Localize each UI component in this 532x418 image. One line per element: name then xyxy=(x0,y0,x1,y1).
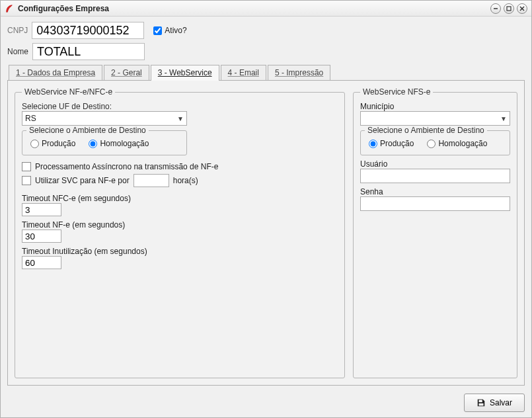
municipio-label: Município xyxy=(360,102,510,111)
proc-assinc-checkbox[interactable] xyxy=(22,162,31,171)
close-icon xyxy=(519,5,525,12)
save-button-label: Salvar xyxy=(490,398,512,407)
chevron-down-icon: ▼ xyxy=(500,115,507,122)
maximize-icon xyxy=(506,5,512,12)
window-title: Configurações Empresa xyxy=(18,4,488,13)
nfe-legend: WebService NF-e/NFC-e xyxy=(22,87,115,97)
proc-assinc-label: Processamento Assíncrono na transmissão … xyxy=(35,162,218,171)
senha-label: Senha xyxy=(360,187,510,196)
nfse-radio-producao-wrap[interactable]: Produção xyxy=(369,139,414,148)
timeout-nfc-label: Timeout NFC-e (em segundos) xyxy=(22,194,338,203)
cnpj-input[interactable] xyxy=(32,22,144,39)
svg-rect-4 xyxy=(478,400,482,403)
nfse-ambiente-legend: Selecione o Ambiente de Destino xyxy=(365,126,487,135)
nfse-radio-producao-label: Produção xyxy=(380,139,414,148)
nome-input[interactable] xyxy=(32,43,145,60)
maximize-button[interactable] xyxy=(504,3,514,14)
tab-content: WebService NF-e/NFC-e Selecione UF de De… xyxy=(7,81,525,386)
timeout-nfe-label: Timeout NF-e (em segundos) xyxy=(22,220,338,230)
nfse-radio-homolog-wrap[interactable]: Homologação xyxy=(427,139,487,148)
uf-label: Selecione UF de Destino: xyxy=(22,102,338,111)
svc-checkbox[interactable] xyxy=(22,176,31,185)
tabbar: 1 - Dados da Empresa 2 - Geral 3 - WebSe… xyxy=(7,64,525,81)
nfe-radio-homolog[interactable] xyxy=(89,140,97,148)
tab-webservice[interactable]: 3 - WebService xyxy=(151,65,219,81)
nfe-radio-homolog-wrap[interactable]: Homologação xyxy=(89,139,149,148)
nfse-ambiente-group: Selecione o Ambiente de Destino Produção… xyxy=(360,126,510,155)
cnpj-label: CNPJ xyxy=(7,26,28,35)
nfe-radio-homolog-label: Homologação xyxy=(100,139,149,148)
minimize-button[interactable] xyxy=(490,3,501,14)
nfe-group: WebService NF-e/NFC-e Selecione UF de De… xyxy=(15,87,345,378)
timeout-nfe-input[interactable] xyxy=(22,230,61,243)
nfe-radio-producao-label: Produção xyxy=(42,139,75,148)
ativo-checkbox-wrap[interactable]: Ativo? xyxy=(153,26,186,35)
nfse-radio-homolog[interactable] xyxy=(427,140,436,148)
app-logo-icon xyxy=(5,4,14,13)
uf-select[interactable]: RS ▼ xyxy=(22,111,187,126)
municipio-select[interactable]: ▼ xyxy=(360,111,510,126)
nfe-radio-producao-wrap[interactable]: Produção xyxy=(30,139,75,148)
svg-rect-1 xyxy=(507,7,511,11)
nfse-radio-producao[interactable] xyxy=(369,140,377,148)
usuario-label: Usuário xyxy=(360,159,510,169)
nfse-legend: WebService NFS-e xyxy=(360,87,433,97)
nfe-ambiente-group: Selecione o Ambiente de Destino Produção… xyxy=(22,126,187,155)
timeout-inut-label: Timeout Inutilização (em segundos) xyxy=(22,247,338,256)
nfse-group: WebService NFS-e Município ▼ Selecione o… xyxy=(353,87,517,378)
svc-hours-input[interactable] xyxy=(133,174,169,187)
chevron-down-icon: ▼ xyxy=(177,115,184,122)
svc-label: Utilizar SVC para NF-e por xyxy=(35,176,130,185)
tab-email[interactable]: 4 - Email xyxy=(221,65,266,80)
save-button[interactable]: Salvar xyxy=(464,394,525,412)
timeout-inut-input[interactable] xyxy=(22,256,61,269)
tab-geral[interactable]: 2 - Geral xyxy=(104,65,149,80)
close-button[interactable] xyxy=(517,3,527,14)
svc-hours-suffix: hora(s) xyxy=(173,176,198,185)
save-icon xyxy=(476,398,486,407)
titlebar: Configurações Empresa xyxy=(1,1,531,17)
window-frame: Configurações Empresa CNPJ Ativo? Nome 1… xyxy=(0,0,532,418)
nfe-ambiente-legend: Selecione o Ambiente de Destino xyxy=(26,126,149,135)
svg-rect-5 xyxy=(478,403,483,406)
uf-select-value: RS xyxy=(25,114,36,123)
nome-label: Nome xyxy=(7,47,28,56)
senha-input[interactable] xyxy=(360,196,510,211)
tab-impressao[interactable]: 5 - Impressão xyxy=(268,65,330,80)
timeout-nfc-input[interactable] xyxy=(22,203,61,216)
nfe-radio-producao[interactable] xyxy=(30,140,39,148)
usuario-input[interactable] xyxy=(360,169,510,183)
ativo-label: Ativo? xyxy=(165,26,186,35)
tab-dados-empresa[interactable]: 1 - Dados da Empresa xyxy=(9,65,102,80)
nfse-radio-homolog-label: Homologação xyxy=(438,139,487,148)
footer: Salvar xyxy=(1,390,531,417)
ativo-checkbox[interactable] xyxy=(153,26,162,35)
minimize-icon xyxy=(492,5,499,12)
